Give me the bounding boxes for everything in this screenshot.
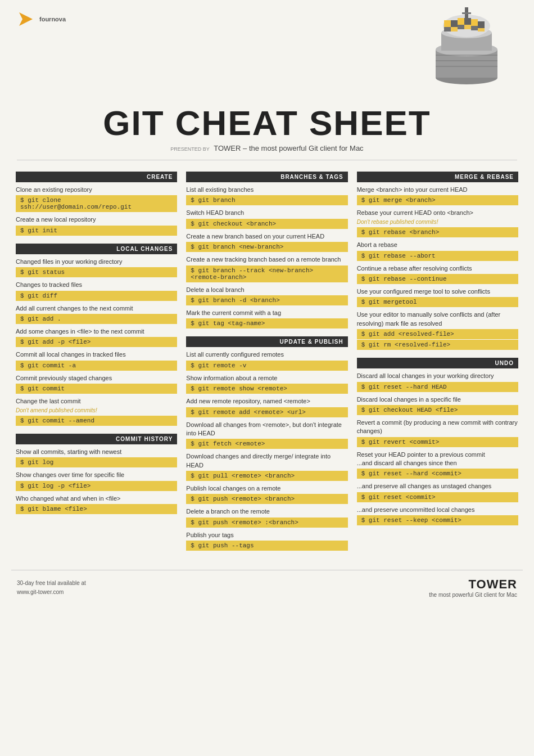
desc-rebase-abort: Abort a rebase	[357, 241, 518, 249]
desc-merge: Merge <branch> into your current HEAD	[357, 186, 518, 194]
entry-branch-track: Create a new tracking branch based on a …	[186, 255, 347, 282]
section-header-update: UPDATE & PUBLISH	[186, 336, 347, 347]
logo-icon	[17, 10, 35, 28]
entry-branch-delete: Delete a local branch $ git branch -d <b…	[186, 286, 347, 305]
desc-branch-delete: Delete a local branch	[186, 286, 347, 294]
rebase-warning: Don't rebase published commits!	[357, 219, 438, 225]
svg-rect-14	[451, 27, 458, 32]
entry-pull: Download changes and directly merge/ int…	[186, 452, 347, 481]
logo-area: fournova	[17, 10, 66, 28]
section-local-changes: LOCAL CHANGES Changed files in your work…	[16, 244, 177, 426]
cmd-clone: $ git clone ssh://user@domain.com/repo.g…	[16, 195, 177, 212]
desc-commit: Commit previously staged changes	[16, 374, 177, 382]
entry-checkout-head: Discard local changes in a specific file…	[357, 395, 518, 415]
section-commit-history: COMMIT HISTORY Show all commits, startin…	[16, 434, 177, 514]
section-header-create: CREATE	[16, 172, 177, 182]
svg-rect-20	[462, 12, 471, 14]
section-header-history: COMMIT HISTORY	[16, 434, 177, 444]
section-branches: BRANCHES & TAGS List all existing branch…	[186, 172, 347, 328]
entry-fetch: Download all changes from <remote>, but …	[186, 421, 347, 449]
svg-rect-9	[458, 18, 464, 25]
desc-add-p: Add some changes in <file> to the next c…	[16, 327, 177, 336]
logo-text: fournova	[39, 16, 66, 22]
cmd-commit-a: $ git commit -a	[16, 361, 177, 371]
desc-push-delete: Delete a branch on the remote	[186, 507, 347, 516]
desc-checkout-head: Discard local changes in a specific file	[357, 395, 518, 404]
desc-branch-new: Create a new branch based on your curren…	[186, 232, 347, 241]
cmd-remote-add: $ git remote add <remote> <url>	[186, 407, 347, 417]
desc-reset-keep: ...and preserve uncommitted local change…	[357, 506, 518, 514]
section-create: CREATE Clone an existing repository $ gi…	[16, 172, 177, 236]
footer-right: TOWER the most powerful Git client for M…	[429, 577, 517, 598]
cmd-rebase-abort: $ git rebase --abort	[357, 251, 518, 261]
desc-blame: Who changed what and when in <file>	[16, 494, 177, 503]
desc-reset-hard-commit: Reset your HEAD pointer to a previous co…	[357, 451, 518, 468]
main-title: GIT CHEAT SHEET	[34, 106, 500, 141]
cmd-reset-commit: $ git reset <commit>	[357, 492, 518, 502]
desc-revert: Revert a commit (by producing a new comm…	[357, 418, 518, 436]
entry-push-delete: Delete a branch on the remote $ git push…	[186, 507, 347, 527]
cmd-add-resolved: $ git add <resolved-file>	[357, 329, 518, 339]
cmd-diff: $ git diff	[16, 291, 177, 301]
desc-init: Create a new local repository	[16, 215, 177, 224]
cmd-remote-show: $ git remote show <remote>	[186, 384, 347, 394]
cmd-mergetool: $ git mergetool	[357, 297, 518, 307]
svg-rect-17	[471, 26, 478, 30]
desc-push: Publish local changes on a remote	[186, 484, 347, 493]
tower-illustration	[416, 4, 517, 89]
cmd-add-p: $ git add -p <file>	[16, 337, 177, 347]
desc-remote-v: List all currently configured remotes	[186, 350, 347, 359]
svg-rect-18	[478, 28, 485, 32]
entry-clone: Clone an existing repository $ git clone…	[16, 186, 177, 212]
desc-push-tags: Publish your tags	[186, 531, 347, 539]
svg-rect-15	[458, 25, 464, 29]
footer-left: 30-day free trial available at www.git-t…	[17, 579, 86, 597]
entry-push-tags: Publish your tags $ git push --tags	[186, 531, 347, 551]
cmd-reset-keep: $ git reset --keep <commit>	[357, 515, 518, 525]
desc-rebase: Rebase your current HEAD onto <branch>Do…	[357, 209, 518, 226]
subtitle: presented by TOWER – the most powerful G…	[34, 144, 500, 157]
entry-reset-hard-commit: Reset your HEAD pointer to a previous co…	[357, 451, 518, 479]
desc-reset-hard-head: Discard all local changes in your workin…	[357, 372, 518, 380]
entry-branch-new: Create a new branch based on your curren…	[186, 232, 347, 252]
cmd-log-p: $ git log -p <file>	[16, 481, 177, 491]
desc-checkout: Switch HEAD branch	[186, 209, 347, 217]
cmd-reset-hard-head: $ git reset --hard HEAD	[357, 382, 518, 392]
cmd-rm-resolved: $ git rm <resolved-file>	[357, 340, 518, 350]
section-header-branches: BRANCHES & TAGS	[186, 172, 347, 182]
entry-blame: Who changed what and when in <file> $ gi…	[16, 494, 177, 514]
entry-revert: Revert a commit (by producing a new comm…	[357, 418, 518, 447]
entry-commit-a: Commit all local changes in tracked file…	[16, 350, 177, 370]
entry-init: Create a new local repository $ git init	[16, 215, 177, 235]
entry-add-p: Add some changes in <file> to the next c…	[16, 327, 177, 347]
cmd-rebase-continue: $ git rebase --continue	[357, 274, 518, 284]
cmd-reset-hard-commit: $ git reset --hard <commit>	[357, 469, 518, 479]
footer-brand: TOWER	[429, 577, 517, 592]
main-grid: CREATE Clone an existing repository $ gi…	[0, 160, 534, 564]
section-header-merge: MERGE & REBASE	[357, 172, 518, 182]
cmd-branch-new: $ git branch <new-branch>	[186, 242, 347, 252]
desc-branch-track: Create a new tracking branch based on a …	[186, 255, 347, 264]
desc-remote-add: Add new remote repository, named <remote…	[186, 397, 347, 406]
svg-rect-12	[478, 21, 485, 28]
cmd-pull: $ git pull <remote> <branch>	[186, 471, 347, 481]
entry-remote-show: Show information about a remote $ git re…	[186, 374, 347, 394]
cmd-rebase: $ git rebase <branch>	[357, 227, 518, 237]
entry-diff: Changes to tracked files $ git diff	[16, 281, 177, 300]
entry-rebase-continue: Continue a rebase after resolving confli…	[357, 264, 518, 284]
footer-line1: 30-day free trial available at	[17, 580, 86, 586]
cmd-branch-delete: $ git branch -d <branch>	[186, 295, 347, 305]
cmd-commit-amend: $ git commit --amend	[16, 416, 177, 426]
column-2: BRANCHES & TAGS List all existing branch…	[182, 172, 352, 559]
cmd-init: $ git init	[16, 226, 177, 236]
entry-checkout: Switch HEAD branch $ git checkout <branc…	[186, 209, 347, 228]
cmd-push-tags: $ git push --tags	[186, 541, 347, 551]
entry-merge: Merge <branch> into your current HEAD $ …	[357, 186, 518, 205]
desc-branch-list: List all existing branches	[186, 186, 347, 194]
entry-reset-hard-head: Discard all local changes in your workin…	[357, 372, 518, 392]
desc-fetch: Download all changes from <remote>, but …	[186, 421, 347, 438]
section-header-local: LOCAL CHANGES	[16, 244, 177, 254]
desc-diff: Changes to tracked files	[16, 281, 177, 289]
desc-rebase-continue: Continue a rebase after resolving confli…	[357, 264, 518, 273]
desc-tag: Mark the current commit with a tag	[186, 309, 347, 317]
